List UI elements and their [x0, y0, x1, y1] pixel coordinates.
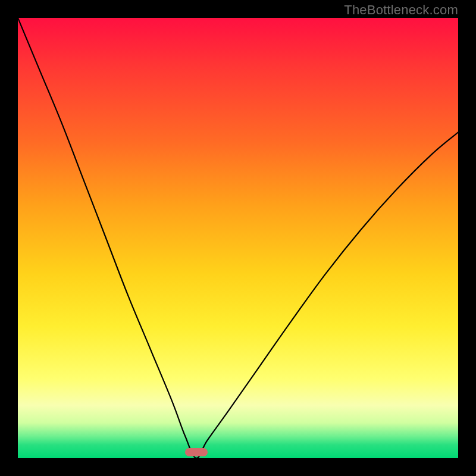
bottleneck-curve	[18, 18, 458, 458]
optimal-marker	[185, 448, 208, 456]
plot-area	[18, 18, 458, 458]
curve-path	[18, 18, 458, 458]
watermark-text: TheBottleneck.com	[344, 2, 458, 18]
chart-frame: TheBottleneck.com	[0, 0, 476, 476]
